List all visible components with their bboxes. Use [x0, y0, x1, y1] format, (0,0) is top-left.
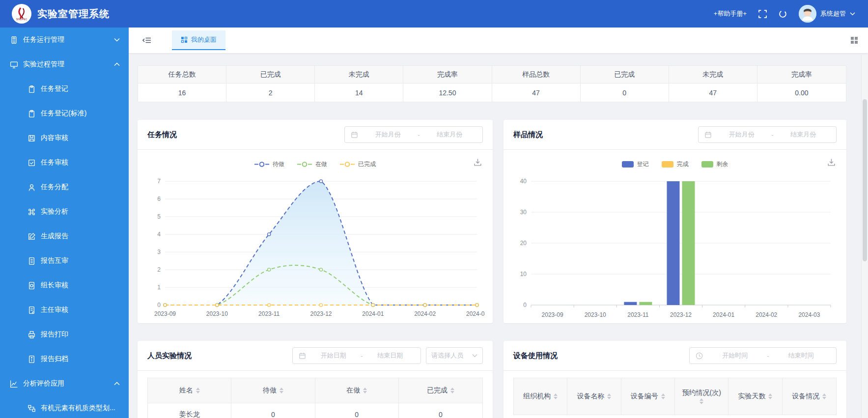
sidebar-collapse-icon[interactable] — [142, 36, 151, 44]
column-header[interactable]: 待做 — [231, 378, 315, 403]
dashboard-page: 任务总数已完成未完成完成率样品总数已完成未完成完成率1621412.504704… — [129, 53, 868, 418]
refresh-icon[interactable] — [779, 10, 787, 18]
sidebar-item-1[interactable]: 实验过程管理 — [0, 52, 129, 77]
archive-icon — [28, 355, 36, 363]
sidebar-item-5[interactable]: 任务审核 — [0, 150, 129, 175]
svg-text:20: 20 — [520, 240, 527, 247]
sidebar-item-11[interactable]: 主任审核 — [0, 298, 129, 322]
legend-item[interactable]: 剩余 — [701, 160, 728, 168]
end-month-placeholder: 结束月份 — [423, 130, 476, 139]
panel-title: 任务情况 — [147, 130, 177, 139]
chevron-down-icon — [472, 354, 477, 358]
column-header[interactable]: 预约情况(次) — [675, 378, 728, 415]
column-header[interactable]: 已完成 — [399, 378, 482, 403]
sidebar-item-10[interactable]: 组长审核 — [0, 273, 129, 298]
legend-item[interactable]: 在做 — [297, 160, 327, 168]
svg-text:2023-10: 2023-10 — [585, 311, 606, 318]
calendar-icon — [351, 131, 358, 139]
column-header[interactable]: 设备情况 — [783, 378, 836, 415]
scrollbar-thumb[interactable] — [863, 99, 867, 261]
end-month-placeholder: 结束月份 — [777, 130, 830, 139]
range-separator: - — [767, 352, 769, 360]
legend-item[interactable]: 待做 — [254, 160, 284, 168]
sidebar-item-9[interactable]: 报告互审 — [0, 249, 129, 273]
avatar[interactable] — [799, 5, 816, 23]
help-manual-link[interactable]: +帮助手册+ — [714, 9, 747, 18]
sort-icon[interactable] — [280, 388, 283, 393]
sidebar-item-12[interactable]: 报告打印 — [0, 322, 129, 347]
personnel-date-range-picker[interactable]: 开始日期 - 结束日期 — [292, 347, 421, 364]
username[interactable]: 系统超管 — [820, 9, 846, 18]
sidebar-item-8[interactable]: 生成报告 — [0, 224, 129, 249]
svg-text:2024-02: 2024-02 — [756, 311, 777, 318]
sidebar-item-15[interactable]: 有机元素有机质类型划... — [0, 396, 129, 418]
range-separator: - — [361, 352, 363, 360]
column-header[interactable]: 设备编号 — [621, 378, 675, 415]
svg-text:6: 6 — [157, 195, 161, 202]
stats-header-1: 已完成 — [226, 66, 315, 84]
download-icon[interactable] — [827, 158, 836, 167]
column-header[interactable]: 实验天数 — [728, 378, 782, 415]
svg-text:2023-10: 2023-10 — [206, 310, 228, 317]
sidebar-item-6[interactable]: 任务分配 — [0, 175, 129, 199]
sidebar-item-label: 分析评价应用 — [23, 379, 64, 388]
stats-header-7: 完成率 — [757, 66, 846, 84]
sample-month-range-picker[interactable]: 开始月份 - 结束月份 — [698, 126, 837, 143]
sidebar-item-2[interactable]: 任务登记 — [0, 77, 129, 101]
sort-icon[interactable] — [822, 393, 826, 399]
legend-item[interactable]: 已完成 — [340, 160, 376, 168]
user-menu[interactable]: 系统超管 — [799, 5, 855, 23]
sidebar-item-label: 实验分析 — [41, 207, 68, 216]
scrollbar[interactable] — [861, 55, 868, 418]
nodes-icon — [28, 404, 36, 413]
download-icon[interactable] — [474, 158, 482, 167]
legend-item[interactable]: 完成 — [662, 160, 689, 168]
stats-value-3: 12.50 — [403, 84, 492, 102]
column-label: 预约情况(次) — [682, 389, 721, 397]
legend-item[interactable]: 登记 — [622, 160, 649, 168]
sidebar: 任务运行管理实验过程管理任务登记任务登记(标准)内容审核任务审核任务分配实验分析… — [0, 28, 129, 418]
sidebar-item-label: 报告互审 — [41, 256, 68, 265]
legend-label: 登记 — [637, 160, 649, 168]
personnel-select[interactable]: 请选择人员 — [426, 347, 483, 364]
legend-swatch-icon — [662, 161, 673, 167]
column-header[interactable]: 设备名称 — [567, 378, 621, 415]
layout-grid-icon[interactable] — [850, 36, 858, 44]
sort-icon[interactable] — [363, 388, 367, 393]
sidebar-item-3[interactable]: 任务登记(标准) — [0, 101, 129, 126]
clipboard-icon — [28, 85, 36, 93]
svg-text:2023-12: 2023-12 — [670, 311, 692, 318]
sidebar-item-7[interactable]: 实验分析 — [0, 199, 129, 224]
sinopec-logo-icon: SINOPEC — [13, 5, 30, 22]
column-header[interactable]: 组织机构 — [514, 378, 567, 415]
svg-text:5: 5 — [157, 213, 161, 220]
column-header[interactable]: 在做 — [315, 378, 399, 403]
start-date-placeholder: 开始日期 — [309, 351, 358, 360]
sort-icon[interactable] — [450, 388, 454, 393]
sort-icon[interactable] — [607, 393, 611, 399]
column-label: 设备名称 — [577, 392, 604, 401]
sidebar-item-0[interactable]: 任务运行管理 — [0, 28, 129, 52]
sidebar-item-14[interactable]: 分析评价应用 — [0, 371, 129, 396]
column-header[interactable]: 姓名 — [148, 378, 231, 403]
table-cell: 0 — [315, 403, 399, 418]
task-month-range-picker[interactable]: 开始月份 - 结束月份 — [344, 126, 483, 143]
stats-value-1: 2 — [226, 84, 315, 102]
sort-icon[interactable] — [196, 388, 200, 393]
equipment-time-range-picker[interactable]: 开始时间 - 结束时间 — [689, 347, 837, 364]
tab-my-desktop[interactable]: 我的桌面 — [172, 30, 225, 50]
monitor-icon — [10, 60, 18, 69]
sidebar-item-label: 组长审核 — [41, 281, 68, 290]
fullscreen-icon[interactable] — [758, 10, 767, 18]
sidebar-item-13[interactable]: 报告归档 — [0, 347, 129, 371]
sidebar-item-4[interactable]: 内容审核 — [0, 126, 129, 150]
sort-icon[interactable] — [554, 393, 558, 399]
start-month-placeholder: 开始月份 — [715, 130, 768, 139]
sort-icon[interactable] — [700, 398, 703, 404]
sidebar-item-label: 有机元素有机质类型划... — [41, 404, 115, 413]
sort-icon[interactable] — [661, 393, 665, 399]
doc-circle-icon — [28, 281, 36, 290]
sort-icon[interactable] — [768, 393, 772, 399]
badge-icon — [10, 36, 18, 44]
column-label: 设备编号 — [631, 392, 658, 401]
